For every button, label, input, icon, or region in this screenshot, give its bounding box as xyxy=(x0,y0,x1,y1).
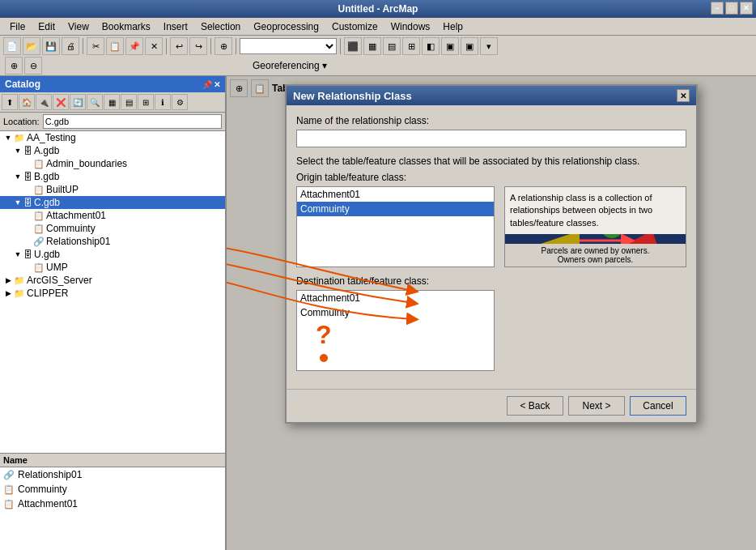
cat-view1[interactable]: ▦ xyxy=(104,94,120,110)
expand-ugdb[interactable]: ▼ xyxy=(13,249,23,259)
tree-item-c-gdb[interactable]: ▼ 🗄 C.gdb xyxy=(0,196,225,209)
tree-label-agdb: A.gdb xyxy=(34,145,59,156)
origin-list-container: Attachment01 Commuinty xyxy=(296,186,495,267)
list-item-rel01[interactable]: 🔗 Relationship01 xyxy=(0,467,225,482)
cancel-button[interactable]: Cancel xyxy=(630,396,686,416)
print-btn[interactable]: 🖨 xyxy=(62,37,79,55)
cat-search[interactable]: 🔍 xyxy=(87,94,103,110)
cat-up[interactable]: ⬆ xyxy=(2,94,18,110)
copy-btn[interactable]: 📋 xyxy=(106,37,124,55)
redo-btn[interactable]: ↪ xyxy=(189,37,207,55)
origin-list-box[interactable]: Attachment01 Commuinty xyxy=(296,186,495,267)
tool6-btn[interactable]: ▣ xyxy=(441,37,459,55)
cat-connect[interactable]: 🔌 xyxy=(36,94,52,110)
menu-customize[interactable]: Customize xyxy=(325,19,384,34)
catalog-pin[interactable]: 📌 xyxy=(202,80,212,89)
maximize-button[interactable]: □ xyxy=(725,2,738,15)
relationship-diagram xyxy=(505,234,686,244)
tree-item-arcgis-server[interactable]: ▶ 📁 ArcGIS_Server xyxy=(0,274,225,287)
list-table-icon-comm: 📋 xyxy=(3,484,15,495)
tree-label-clipper: CLIPPER xyxy=(27,288,68,299)
nav-btn1[interactable]: ⊕ xyxy=(5,57,23,75)
cat-details[interactable]: ℹ xyxy=(155,94,171,110)
menu-insert[interactable]: Insert xyxy=(157,19,194,34)
cat-refresh[interactable]: 🔄 xyxy=(70,94,86,110)
cat-home[interactable]: 🏠 xyxy=(19,94,35,110)
folder-icon-arcgis: 📁 xyxy=(14,275,25,286)
tree-item-a-gdb[interactable]: ▼ 🗄 A.gdb xyxy=(0,144,225,157)
cat-options[interactable]: ⚙ xyxy=(172,94,188,110)
delete-btn[interactable]: ✕ xyxy=(145,37,163,55)
tool1-btn[interactable]: ⬛ xyxy=(344,37,362,55)
menu-windows[interactable]: Windows xyxy=(384,19,437,34)
name-input[interactable] xyxy=(296,130,686,147)
tree-item-aa-testing[interactable]: ▼ 📁 AA_Testing xyxy=(0,131,225,144)
tree-label-rel01: Relationship01 xyxy=(46,236,110,247)
expand-admin[interactable] xyxy=(23,159,32,168)
tree-item-u-gdb[interactable]: ▼ 🗄 U.gdb xyxy=(0,248,225,261)
tree-item-builtup[interactable]: 📋 BuiltUP xyxy=(0,183,225,196)
dest-item-label-comm: Commuinty xyxy=(300,307,350,318)
expand-builtup[interactable] xyxy=(23,185,32,194)
tool4-btn[interactable]: ⊞ xyxy=(402,37,420,55)
right-panel: ⊕ 📋 Table C... New Relationship Class ✕ … xyxy=(227,76,756,550)
paste-btn[interactable]: 📌 xyxy=(125,37,143,55)
georeferencing-menu[interactable]: Georeferencing ▾ xyxy=(248,60,332,71)
expand-agdb[interactable]: ▼ xyxy=(13,146,23,156)
expand-bgdb[interactable]: ▼ xyxy=(13,172,23,181)
scale-dropdown[interactable] xyxy=(240,38,337,54)
expand-att01[interactable] xyxy=(23,211,32,220)
open-btn[interactable]: 📂 xyxy=(23,37,40,55)
cat-disconnect[interactable]: ❌ xyxy=(53,94,69,110)
save-btn[interactable]: 💾 xyxy=(42,37,60,55)
tool3-btn[interactable]: ▤ xyxy=(383,37,401,55)
menu-help[interactable]: Help xyxy=(436,19,469,34)
menu-view[interactable]: View xyxy=(62,19,96,34)
expand-cgdb[interactable]: ▼ xyxy=(13,198,23,207)
cat-view3[interactable]: ⊞ xyxy=(138,94,154,110)
expand-rel01[interactable] xyxy=(23,237,32,246)
dialog-close-button[interactable]: ✕ xyxy=(677,89,690,102)
tree-item-attachment01[interactable]: 📋 Attachment01 xyxy=(0,209,225,222)
menu-file[interactable]: File xyxy=(3,19,32,34)
expand-clipper[interactable]: ▶ xyxy=(3,288,13,298)
tree-item-clipper[interactable]: ▶ 📁 CLIPPER xyxy=(0,287,225,300)
dialog-title-bar: New Relationship Class ✕ xyxy=(287,86,696,105)
more-btn[interactable]: ⊕ xyxy=(214,37,232,55)
list-item-comm[interactable]: 📋 Commuinty xyxy=(0,482,225,497)
location-input[interactable] xyxy=(43,114,222,129)
tool2-btn[interactable]: ▦ xyxy=(363,37,381,55)
tool7-btn[interactable]: ▣ xyxy=(461,37,478,55)
tool5-btn[interactable]: ◧ xyxy=(422,37,440,55)
tree-item-b-gdb[interactable]: ▼ 🗄 B.gdb xyxy=(0,170,225,183)
dest-list-item-comm[interactable]: Commuinty xyxy=(297,305,494,320)
expand-arcgis[interactable]: ▶ xyxy=(3,275,13,285)
cut-btn[interactable]: ✂ xyxy=(87,37,104,55)
next-button[interactable]: Next > xyxy=(568,396,625,416)
expand-aa[interactable]: ▼ xyxy=(3,133,13,143)
tree-item-relationship01[interactable]: 🔗 Relationship01 xyxy=(0,235,225,248)
menu-geoprocessing[interactable]: Geoprocessing xyxy=(247,19,325,34)
minimize-button[interactable]: − xyxy=(711,2,724,15)
tree-item-ump[interactable]: 📋 UMP xyxy=(0,261,225,274)
dest-list-box[interactable]: Attachment01 Commuinty xyxy=(296,290,495,371)
origin-list-item-comm[interactable]: Commuinty xyxy=(297,202,494,216)
nav-btn2[interactable]: ⊖ xyxy=(24,57,42,75)
tree-item-admin[interactable]: 📋 Admin_boundaries xyxy=(0,157,225,170)
dest-list-item-att01[interactable]: Attachment01 xyxy=(297,291,494,305)
expand-ump[interactable] xyxy=(23,262,32,272)
panel-resize-handle[interactable] xyxy=(219,76,225,550)
new-btn[interactable]: 📄 xyxy=(3,37,21,55)
origin-list-item-att01[interactable]: Attachment01 xyxy=(297,187,494,202)
dropdown-more[interactable]: ▾ xyxy=(480,37,498,55)
cat-view2[interactable]: ▤ xyxy=(121,94,137,110)
expand-comm[interactable] xyxy=(23,224,32,233)
menu-edit[interactable]: Edit xyxy=(32,19,62,34)
undo-btn[interactable]: ↩ xyxy=(170,37,188,55)
list-item-att01[interactable]: 📋 Attachment01 xyxy=(0,497,225,511)
back-button[interactable]: < Back xyxy=(507,396,563,416)
menu-bookmarks[interactable]: Bookmarks xyxy=(96,19,157,34)
close-button[interactable]: ✕ xyxy=(740,2,753,15)
menu-selection[interactable]: Selection xyxy=(194,19,247,34)
tree-item-commuinty[interactable]: 📋 Commuinty xyxy=(0,222,225,235)
